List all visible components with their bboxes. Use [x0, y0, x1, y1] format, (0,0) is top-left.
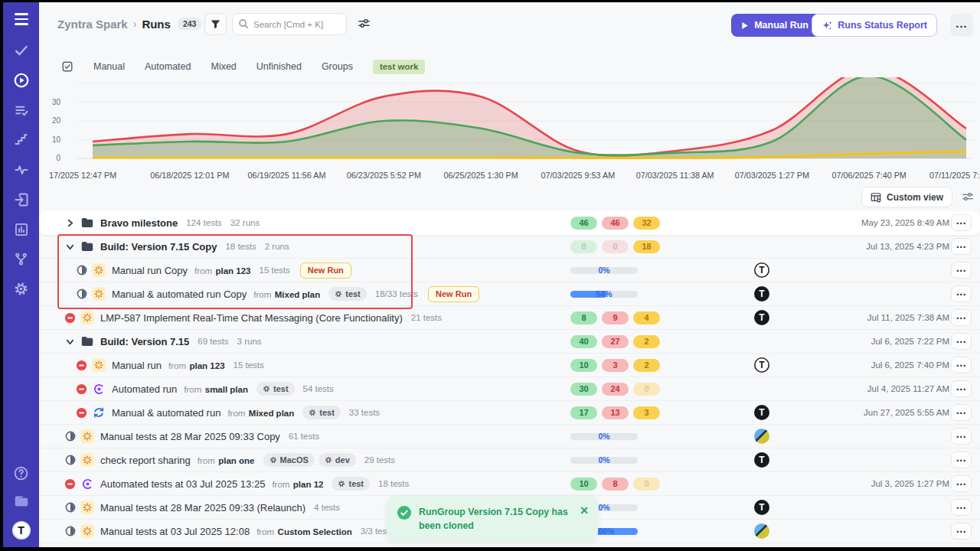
run-row[interactable]: Manual & automated run from Mixed plan t… — [39, 401, 980, 425]
list-check-icon[interactable] — [13, 102, 30, 119]
header-more-button[interactable]: ... — [950, 14, 973, 37]
new-run-badge[interactable]: New Run — [428, 286, 479, 302]
spark-icon — [92, 287, 106, 301]
tags: test — [299, 406, 341, 419]
runs-status-report-button[interactable]: Runs Status Report — [812, 14, 937, 37]
tests-count: 15 tests — [234, 360, 264, 370]
row-menu-button[interactable]: ... — [951, 262, 972, 279]
run-row[interactable]: Build: Version 7.15 69 tests 3 runs 4027… — [39, 330, 980, 354]
sync-icon — [92, 406, 106, 419]
stopped-status-icon — [76, 360, 87, 371]
enter-box-icon[interactable] — [13, 191, 30, 208]
row-menu-button[interactable]: ... — [951, 333, 972, 350]
spark-icon — [80, 453, 94, 467]
tab-mixed[interactable]: Mixed — [211, 61, 236, 72]
run-row[interactable]: Manual run Copy from plan 123 15 tests N… — [39, 259, 980, 282]
yellow-count-pill: 18 — [633, 240, 660, 253]
run-stats: 54% — [570, 282, 638, 305]
run-stats: 894 — [570, 306, 660, 329]
runs-count: 32 runs — [230, 218, 260, 227]
tab-unfinished[interactable]: Unfinished — [256, 61, 302, 72]
y-axis-tick: 0 — [39, 154, 60, 162]
from-plan: from plan one — [195, 453, 255, 467]
plan-name: small plan — [205, 385, 248, 394]
tab-manual[interactable]: Manual — [93, 61, 125, 72]
bar-chart-icon[interactable] — [13, 221, 30, 238]
projects-folder-icon[interactable] — [13, 493, 30, 510]
tab-automated[interactable]: Automated — [145, 61, 191, 72]
steps-icon[interactable] — [13, 132, 30, 148]
run-row[interactable]: Build: Version 7.15 Copy 18 tests 2 runs… — [39, 235, 980, 259]
chevron-icon[interactable] — [64, 337, 76, 346]
row-menu-button[interactable]: ... — [951, 523, 972, 540]
close-icon[interactable]: ✕ — [580, 505, 589, 533]
assignee-avatar: T — [754, 500, 769, 515]
breadcrumb-project[interactable]: Zyntra Spark — [57, 18, 128, 31]
play-circle-icon[interactable] — [13, 72, 30, 89]
row-menu-button[interactable]: ... — [951, 380, 972, 397]
breadcrumb-separator: › — [133, 18, 137, 30]
row-menu-button[interactable]: ... — [951, 404, 972, 421]
run-stats: 0% — [570, 425, 638, 448]
search-input[interactable] — [232, 13, 347, 35]
sliders-icon[interactable] — [358, 18, 371, 32]
run-row[interactable]: Manual tests at 28 Mar 2025 09:33 Copy 6… — [39, 425, 980, 448]
run-row[interactable]: Manual run from plan 123 15 tests 1032 T… — [39, 354, 980, 377]
row-menu-button[interactable]: ... — [951, 214, 972, 231]
view-sliders-icon[interactable] — [962, 191, 974, 205]
filter-chip-test-work[interactable]: test work — [373, 60, 426, 74]
run-date: Jul 3, 2025 1:27 PM — [871, 479, 949, 488]
tests-count: 4 tests — [314, 503, 340, 512]
pulse-icon[interactable] — [13, 161, 30, 178]
row-menu-button[interactable]: ... — [951, 452, 972, 468]
row-menu-button[interactable]: ... — [951, 428, 972, 445]
red-count-pill: 27 — [602, 335, 629, 348]
custom-view-button[interactable]: Custom view — [861, 187, 952, 207]
x-axis-tick: 06/23/2025 5:52 PM — [347, 171, 421, 180]
row-title: Manual tests at 28 Mar 2025 09:33 Copy — [100, 431, 280, 442]
gear-icon[interactable] — [13, 281, 30, 298]
green-count-pill: 10 — [570, 478, 597, 491]
plan-name: Mixed plan — [275, 290, 320, 299]
row-menu-button[interactable]: ... — [951, 285, 972, 302]
row-menu-button[interactable]: ... — [951, 499, 972, 516]
spark-icon — [80, 500, 94, 514]
row-title: Bravo milestone — [100, 217, 178, 229]
assignee-avatar: T — [754, 310, 769, 325]
run-stats: 464632 — [570, 211, 660, 234]
run-row[interactable]: Automated tests at 03 Jul 2025 13:25 fro… — [39, 472, 980, 496]
auto-icon — [80, 477, 94, 491]
assignee-avatar: T — [754, 405, 769, 420]
check-icon[interactable] — [13, 42, 30, 59]
user-avatar[interactable]: T — [12, 521, 31, 540]
branch-icon[interactable] — [13, 251, 30, 268]
row-menu-button[interactable]: ... — [951, 475, 972, 492]
run-date: Jul 6, 2025 7:22 PM — [871, 337, 949, 346]
green-count-pill: 30 — [570, 383, 597, 396]
run-row[interactable]: Bravo milestone 124 tests 32 runs 464632… — [39, 211, 980, 235]
run-row[interactable]: check report sharing from plan one MacOS… — [39, 448, 980, 472]
run-date: May 23, 2025 8:49 AM — [861, 218, 949, 227]
hamburger-icon[interactable] — [15, 13, 28, 25]
select-runs-icon[interactable] — [61, 60, 74, 73]
row-menu-button[interactable]: ... — [951, 357, 972, 373]
run-row[interactable]: Manual & automated run Copy from Mixed p… — [39, 282, 980, 306]
row-menu-button[interactable]: ... — [951, 238, 972, 255]
check-circle-icon — [397, 506, 411, 520]
tab-groups[interactable]: Groups — [322, 61, 353, 72]
row-menu-button[interactable]: ... — [951, 309, 972, 326]
red-count-pill: 8 — [602, 478, 629, 491]
filter-button[interactable] — [204, 13, 227, 35]
tests-count: 33 tests — [349, 408, 380, 417]
run-row[interactable]: Automated run from small plan test 54 te… — [39, 377, 980, 401]
chevron-icon[interactable] — [64, 243, 76, 251]
red-count-pill: 0 — [602, 240, 629, 253]
runs-count-badge: 243 — [178, 18, 202, 30]
new-run-badge[interactable]: New Run — [300, 262, 351, 279]
help-icon[interactable] — [13, 465, 30, 481]
from-plan: from small plan — [181, 382, 248, 396]
tests-count: 61 tests — [289, 432, 319, 441]
chevron-icon[interactable] — [64, 219, 76, 227]
run-row[interactable]: LMP-587 Implement Real-Time Chat Messagi… — [39, 306, 980, 330]
row-title: Manual & automated run Copy — [112, 289, 247, 300]
